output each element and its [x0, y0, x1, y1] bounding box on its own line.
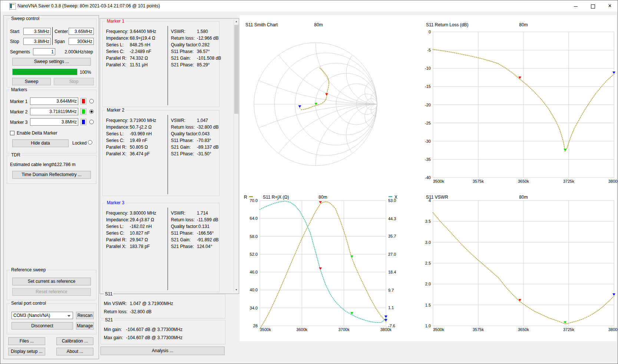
tdr-button[interactable]: Time Domain Reflectometry ... — [12, 171, 91, 179]
marker-color-swatch[interactable] — [80, 108, 86, 115]
field-value: -2.2489 nF — [130, 49, 151, 54]
field-label: Parallel X: — [106, 62, 130, 67]
field-label: VSWR: — [171, 29, 197, 34]
field-label: Parallel R: — [106, 237, 130, 242]
svg-text:28: 28 — [253, 324, 258, 328]
marker-frequency-input[interactable] — [30, 108, 78, 115]
manage-button[interactable]: Manage — [76, 322, 94, 330]
svg-text:44.3: 44.3 — [388, 216, 396, 221]
s21-max-gain-value: -104.607 dB @ 3.77300MHz — [126, 335, 182, 340]
field-value: 183.78 pF — [130, 244, 150, 249]
maximize-icon[interactable] — [584, 0, 601, 11]
field-label: Parallel X: — [106, 151, 130, 156]
marker-data-row: S21 Gain:-101.508 dB — [171, 56, 221, 61]
marker-data-row: S21 Gain:-89.137 dB — [171, 145, 219, 150]
marker-data-title: Marker 3 — [106, 200, 125, 205]
svg-text:3800k: 3800k — [608, 327, 618, 332]
field-label: S21 Gain: — [171, 145, 197, 150]
about-button[interactable]: About ... — [56, 348, 93, 355]
analysis-button[interactable]: Analysis ... — [100, 347, 225, 355]
field-value: -70.83° — [197, 138, 211, 143]
field-label: Series L: — [106, 131, 130, 136]
marker-data-row: Impedance:29.4-j3.87 Ω — [106, 217, 154, 222]
field-label: S21 Phase: — [171, 62, 197, 67]
group-title: TDR — [10, 152, 22, 158]
marker-data-row: Frequency:3.71900 MHz — [106, 118, 156, 123]
scroll-up-icon[interactable]: ▲ — [234, 19, 239, 24]
marker-data-row: Quality factor:0.282 — [171, 42, 209, 47]
display-setup-button[interactable]: Display setup ... — [8, 348, 45, 355]
disconnect-button[interactable]: Disconnect — [11, 322, 73, 330]
enable-delta-marker-checkbox[interactable] — [10, 131, 14, 135]
field-value: -89.137 dB — [197, 145, 219, 150]
marker-data-row: Series L:-93.969 nH — [106, 131, 152, 136]
marker-frequency-input[interactable] — [30, 118, 78, 126]
field-label: Return loss: — [171, 217, 197, 222]
marker-select-radio[interactable] — [89, 99, 94, 103]
center-input[interactable] — [69, 28, 94, 35]
marker-data-row: S21 Gain:-91.892 dB — [171, 237, 219, 242]
svg-text:X: X — [394, 195, 397, 200]
marker-frequency-input[interactable] — [30, 97, 78, 105]
span-input[interactable] — [69, 38, 94, 45]
stop-label: Stop — [10, 39, 19, 44]
files-button[interactable]: Files ... — [8, 337, 45, 345]
vswr-chart[interactable]: 43.53.02.52.01.51.03500k3575k3650k3725k3… — [401, 188, 618, 341]
scrollbar-thumb[interactable] — [234, 25, 238, 114]
reference-sweep-group: Reference sweep Set current as reference… — [7, 270, 96, 300]
marker-data-row: Impedance:50.7-j2.2 Ω — [106, 125, 152, 130]
segments-label: Segments — [10, 49, 30, 54]
calibration-button[interactable]: Calibration ... — [56, 337, 93, 345]
minimize-icon[interactable] — [567, 0, 584, 11]
marker-data-row: Series L:848.25 nH — [106, 42, 150, 47]
sweep-button[interactable]: Sweep — [12, 78, 51, 85]
locked-radio[interactable] — [88, 140, 92, 145]
scrollbar[interactable]: ▲ ▼ — [234, 19, 239, 293]
svg-text:-15: -15 — [425, 84, 431, 89]
segments-input[interactable] — [33, 48, 55, 55]
marker-data-row: S11 Phase:36.57° — [171, 49, 210, 54]
svg-text:3500k: 3500k — [433, 179, 444, 183]
marker-select-radio[interactable] — [89, 109, 94, 114]
field-label: Parallel R: — [106, 145, 130, 150]
divider — [168, 115, 168, 194]
set-reference-button[interactable]: Set current as reference — [12, 278, 91, 285]
divider — [168, 208, 168, 290]
serial-port-select[interactable]: COM3 (NanoVNA) — [11, 312, 73, 319]
marker-select-radio[interactable] — [89, 120, 94, 124]
r-jx-chart[interactable]: 70.064.058.052.046.040.034.02853.044.335… — [239, 188, 404, 341]
return-loss-chart[interactable]: 0-5-10-15-20-25-30-35-403500k3575k3650k3… — [401, 15, 618, 188]
svg-text:-35: -35 — [425, 157, 431, 162]
svg-text:18.4: 18.4 — [388, 270, 396, 274]
stop-button[interactable]: Stop — [54, 78, 94, 85]
marker-data-row: Return loss:-12.966 dB — [171, 36, 219, 41]
start-input[interactable] — [23, 28, 51, 35]
app-icon — [9, 3, 16, 10]
marker-color-swatch[interactable] — [80, 119, 86, 125]
marker-data-row: Parallel X:183.78 pF — [106, 244, 150, 249]
marker-data-row: Quality factor:0.131 — [171, 224, 209, 229]
rescan-button[interactable]: Rescan — [76, 312, 94, 319]
left-panel: Sweep control Start Center Stop Span Seg… — [3, 15, 99, 359]
svg-text:S11 VSWR: S11 VSWR — [426, 195, 448, 200]
marker-data-row: Series C:19.49 nF — [106, 138, 147, 143]
close-icon[interactable]: × — [601, 0, 618, 11]
scroll-down-icon[interactable]: ▼ — [234, 287, 239, 293]
svg-text:R: R — [244, 195, 247, 200]
smith-chart[interactable]: S11 Smith Chart80m — [239, 15, 401, 188]
sweep-settings-button[interactable]: Sweep settings ... — [12, 58, 91, 66]
field-value: 11.51 µH — [130, 62, 148, 67]
svg-text:27.0: 27.0 — [388, 252, 396, 257]
hide-data-button[interactable]: Hide data — [12, 139, 69, 147]
field-label: Parallel R: — [106, 56, 130, 61]
stop-input[interactable] — [23, 38, 51, 45]
marker-data-row: Return loss:-11.599 dB — [171, 217, 218, 222]
field-label: Quality factor: — [171, 224, 198, 229]
marker-data-box: Marker 3Frequency:3.80000 MHzImpedance:2… — [102, 203, 219, 292]
field-label: S11 Phase: — [171, 231, 197, 236]
field-label: Series C: — [106, 231, 130, 236]
reset-reference-button[interactable]: Reset reference — [12, 288, 91, 296]
svg-text:64.0: 64.0 — [250, 216, 258, 221]
svg-text:1.5: 1.5 — [425, 303, 431, 307]
marker-color-swatch[interactable] — [80, 98, 86, 105]
